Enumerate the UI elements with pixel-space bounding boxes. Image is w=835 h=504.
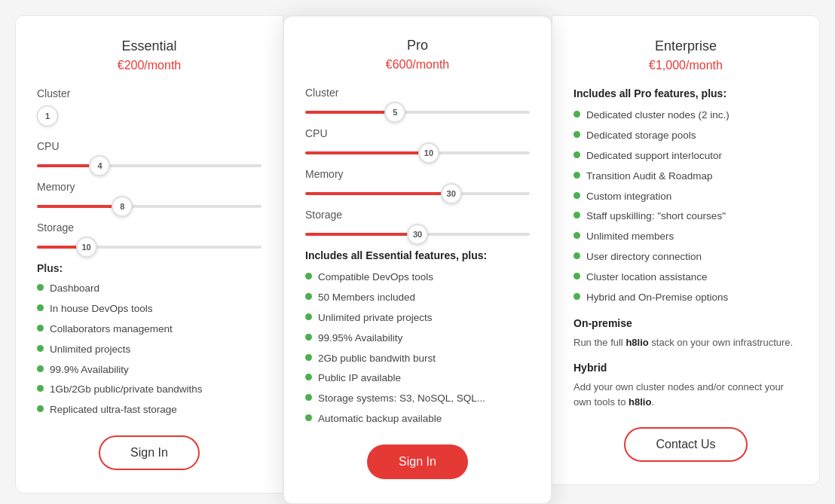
- essential-storage-thumb[interactable]: 10: [76, 237, 97, 258]
- essential-plan-price: €200/month: [37, 59, 262, 72]
- essential-signin-button[interactable]: Sign In: [99, 435, 200, 470]
- enterprise-includes-heading: Includes all Pro features, plus:: [573, 87, 798, 99]
- pro-btn-container: Sign In: [305, 444, 530, 479]
- list-item: 50 Members included: [305, 291, 530, 305]
- pro-memory-slider: Memory 30: [305, 168, 530, 195]
- pro-cluster-thumb[interactable]: 5: [384, 102, 405, 123]
- list-item: Replicated ultra-fast storage: [37, 403, 262, 417]
- feature-text: 50 Members included: [318, 291, 415, 305]
- list-item: Dedicated storage pools: [573, 129, 798, 143]
- feature-dot: [305, 313, 312, 320]
- list-item: User directory connection: [573, 250, 798, 264]
- feature-dot: [573, 293, 580, 300]
- feature-dot: [573, 111, 580, 118]
- feature-text: Collaborators management: [50, 322, 173, 337]
- feature-dot: [37, 284, 44, 291]
- list-item: Automatic backup available: [305, 412, 530, 426]
- list-item: Cluster location assistance: [573, 270, 798, 285]
- pro-memory-label: Memory: [305, 168, 530, 180]
- enterprise-contact-button[interactable]: Contact Us: [624, 427, 747, 462]
- feature-dot: [573, 212, 580, 218]
- feature-dot: [305, 293, 312, 300]
- hybrid-text: Add your own cluster nodes and/or connec…: [573, 380, 798, 409]
- feature-text: 2Gb public bandwith burst: [318, 352, 436, 366]
- feature-text: User directory connection: [586, 250, 702, 264]
- list-item: In house DevOps tools: [37, 302, 262, 316]
- list-item: Dedicated support interlocutor: [573, 149, 798, 163]
- essential-card: Essential €200/month Cluster 1 CPU 4 Mem…: [15, 15, 283, 493]
- pro-card: Pro €600/month Cluster 5 CPU 10 Memory 3…: [283, 15, 552, 504]
- essential-cluster-thumb: 1: [37, 105, 58, 127]
- feature-text: Dedicated cluster nodes (2 inc.): [586, 108, 729, 123]
- enterprise-plan-name: Enterprise: [573, 38, 798, 54]
- feature-dot: [573, 192, 580, 199]
- feature-dot: [305, 334, 312, 341]
- enterprise-card: Enterprise €1,000/month Includes all Pro…: [552, 15, 820, 485]
- essential-cluster-label: Cluster: [37, 87, 262, 99]
- enterprise-btn-container: Contact Us: [573, 427, 798, 462]
- essential-memory-label: Memory: [37, 181, 262, 193]
- feature-dot: [305, 354, 312, 361]
- list-item: Custom integration: [573, 190, 798, 204]
- feature-dot: [305, 273, 312, 279]
- pro-cpu-thumb[interactable]: 10: [418, 142, 439, 163]
- essential-feature-list: Dashboard In house DevOps tools Collabor…: [37, 282, 262, 417]
- feature-text: Unlimited projects: [50, 343, 130, 357]
- feature-dot: [573, 252, 580, 259]
- feature-text: 99.9% Availability: [50, 363, 129, 377]
- pro-storage-slider: Storage 30: [305, 209, 530, 236]
- feature-dot: [573, 273, 580, 279]
- list-item: 1Gb/2Gb public/private bandwiths: [37, 383, 262, 397]
- feature-text: Public IP available: [318, 371, 401, 386]
- pro-storage-thumb[interactable]: 30: [407, 224, 428, 245]
- feature-dot: [305, 374, 312, 380]
- list-item: Collaborators management: [37, 322, 262, 337]
- feature-text: In house DevOps tools: [50, 302, 153, 316]
- essential-cluster-slider: Cluster 1: [37, 87, 262, 127]
- essential-memory-slider: Memory 8: [37, 181, 262, 208]
- feature-dot: [37, 405, 44, 412]
- pro-signin-button[interactable]: Sign In: [367, 444, 468, 479]
- pro-storage-label: Storage: [305, 209, 530, 221]
- feature-dot: [305, 394, 312, 401]
- pro-includes-heading: Includes all Essential features, plus:: [305, 249, 530, 261]
- list-item: Storage systems: S3, NoSQL, SQL...: [305, 392, 530, 406]
- essential-cpu-thumb[interactable]: 4: [89, 155, 110, 176]
- feature-text: 99.95% Availability: [318, 331, 402, 346]
- list-item: 99.9% Availability: [37, 363, 262, 377]
- pro-memory-thumb[interactable]: 30: [441, 183, 462, 204]
- feature-dot: [305, 414, 312, 421]
- essential-plus-label: Plus:: [37, 262, 262, 274]
- enterprise-plan-price: €1,000/month: [573, 59, 798, 72]
- on-premise-heading: On-premise: [573, 317, 798, 329]
- feature-text: Compatible DevOps tools: [318, 270, 433, 285]
- list-item: Staff upskilling: "short courses": [573, 209, 798, 224]
- pro-cluster-label: Cluster: [305, 87, 530, 99]
- pro-cpu-label: CPU: [305, 127, 530, 139]
- list-item: 2Gb public bandwith burst: [305, 352, 530, 366]
- feature-text: Storage systems: S3, NoSQL, SQL...: [318, 392, 485, 406]
- pro-plan-name: Pro: [305, 38, 530, 53]
- list-item: Unlimited members: [573, 230, 798, 244]
- feature-text: Dedicated support interlocutor: [586, 149, 722, 163]
- essential-memory-thumb[interactable]: 8: [112, 196, 133, 217]
- feature-dot: [37, 304, 44, 311]
- feature-text: Staff upskilling: "short courses": [586, 209, 726, 224]
- feature-text: Replicated ultra-fast storage: [50, 403, 177, 417]
- list-item: Public IP available: [305, 371, 530, 386]
- feature-text: Automatic backup available: [318, 412, 442, 426]
- feature-dot: [573, 232, 580, 239]
- feature-text: Hybrid and On-Premise options: [586, 291, 728, 305]
- essential-storage-label: Storage: [37, 221, 262, 234]
- feature-dot: [37, 345, 44, 352]
- feature-text: Custom integration: [586, 190, 671, 204]
- feature-dot: [37, 325, 44, 331]
- essential-btn-container: Sign In: [37, 435, 262, 470]
- pro-plan-price: €600/month: [305, 58, 530, 72]
- list-item: 99.95% Availability: [305, 331, 530, 346]
- list-item: Unlimited private projects: [305, 311, 530, 325]
- essential-cpu-slider: CPU 4: [37, 140, 262, 167]
- feature-text: 1Gb/2Gb public/private bandwiths: [50, 383, 203, 397]
- feature-dot: [573, 131, 580, 138]
- list-item: Compatible DevOps tools: [305, 270, 530, 285]
